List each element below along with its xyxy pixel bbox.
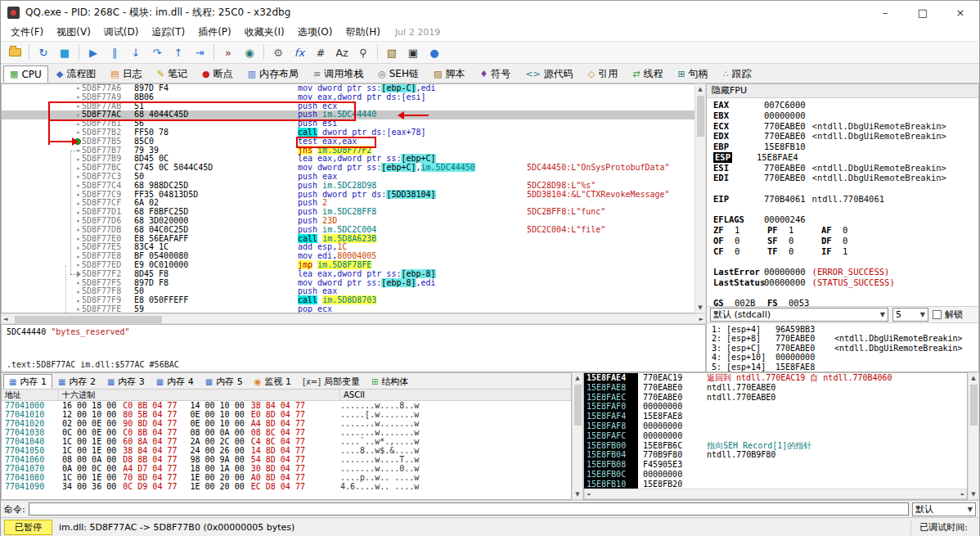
tab-内存 2[interactable]: ▦内存 2 [52,374,101,389]
gear-icon[interactable]: ⚙ [268,43,288,61]
stack-row[interactable]: 15E8FAE4770EAC19返回到 ntdll.770EAC19 自 ntd… [584,373,967,383]
disasm-row[interactable]: 5D8F77B585C0test eax,eax [2,137,695,146]
strings-icon[interactable]: Az [332,43,352,61]
scroll-left-icon[interactable]: ◄ [587,491,590,498]
tab-内存 4[interactable]: ▦内存 4 [151,374,200,389]
scroll-left-icon[interactable]: ◄ [3,316,7,322]
patch-icon[interactable]: ▧ [382,43,402,61]
tab-断点[interactable]: ●断点 [196,65,240,83]
argument-row[interactable]: 1:[esp+4]96A59BB3 [712,325,978,334]
tab-SEH链[interactable]: ◎SEH链 [371,65,425,83]
tab-监视 1[interactable]: ◉监视 1 [249,374,297,389]
calling-convention-select[interactable]: 默认 (stdcall)▼ [710,308,888,322]
registers-view[interactable]: EAX007C6000EBX00000000ECX770EABE0<ntdll.… [707,98,978,306]
animate-icon[interactable]: » [218,43,238,61]
tab-引用[interactable]: ◇引用 [582,65,624,83]
menu-item-4[interactable]: 插件(P) [191,24,238,41]
tab-符号[interactable]: ♦符号 [473,65,517,83]
disasm-row[interactable]: 5D8F77FE59pop ecx [2,305,695,313]
scroll-thumb[interactable] [574,385,582,426]
tab-内存 3[interactable]: ▦内存 3 [101,374,151,389]
tab-脚本[interactable]: ▨脚本 [427,65,471,83]
scroll-up-icon[interactable]: ▲ [971,375,975,381]
memory-dump-view[interactable]: 地址 十六进制 ASCII 7704100016 00 18 00C0 8B 0… [2,390,571,499]
maximize-button[interactable]: □ [904,1,942,24]
dump-row[interactable]: 7704100016 00 18 00C0 8B 04 7714 00 10 0… [2,401,571,410]
tab-局部变量[interactable]: [x=]局部变量 [297,374,366,389]
stack-hscrollbar[interactable]: ◄► [584,489,967,499]
stack-row[interactable]: 15E8FB0015E8FB6C指向SEH_Record[1]的指针 [584,441,967,451]
stack-row[interactable]: 15E8FAFC00000000 [584,431,967,441]
scroll-up-icon[interactable]: ▲ [575,375,579,381]
minimize-button[interactable]: – [866,1,904,24]
menu-item-2[interactable]: 调试(D) [97,24,146,41]
dump-row[interactable]: 770410700A 00 0C 00A4 D7 04 7718 00 1A 0… [2,464,571,473]
disasm-row[interactable]: 5D8F77A98B06mov eax,dword ptr ds:[esi] [2,93,695,102]
disasm-row[interactable]: 5D8F77DB68 04C0C25Dpush im.5DC2C0045DC2C… [2,226,695,235]
stack-row[interactable]: 15E8FAF000000000 [584,402,967,412]
arg-count-select[interactable]: 5▼ [892,308,928,322]
stack-row[interactable]: 15E8FAF415E8FAE8 [584,412,967,421]
restart-icon[interactable]: ↻ [34,43,53,61]
hash-icon[interactable]: # [311,43,330,61]
dump-row[interactable]: 770410300C 00 0E 00C0 8B 04 7708 00 0A 0… [2,428,571,437]
tab-内存布局[interactable]: ▥内存布局 [241,65,305,83]
close-button[interactable]: × [942,1,979,24]
stack-row[interactable]: 15E8FB1015E8FB20 [584,480,967,489]
stack-row[interactable]: 15E8FAEC770EABE0ntdll.770EABE0 [584,393,967,403]
hide-fpu-button[interactable]: 隐藏FPU [707,84,978,98]
dump-row[interactable]: 7704109034 00 36 000C D9 04 771E 00 20 0… [2,482,571,491]
scroll-thumb[interactable] [15,316,162,323]
disassembly-view[interactable]: 5D8F77A6897D F4mov dword ptr ss:[ebp-C],… [1,83,695,313]
dump-row[interactable]: 7704106008 00 0A 00D8 8B 04 7798 00 9A 0… [2,455,571,464]
tab-结构体[interactable]: ⊞结构体 [366,374,414,389]
menu-item-1[interactable]: 视图(V) [50,24,97,41]
scroll-right-icon[interactable]: ► [699,316,704,322]
pause-icon[interactable]: ∥ [105,43,124,61]
disasm-vscrollbar[interactable]: ▲▼ [695,83,706,313]
trace-icon[interactable]: ◉ [240,43,259,61]
tab-笔记[interactable]: ✎笔记 [151,65,194,83]
scroll-down-icon[interactable]: ▼ [698,304,702,311]
command-profile-select[interactable]: 默认▼ [912,502,976,516]
scroll-thumb[interactable] [697,96,704,137]
run-to-return-icon[interactable]: ⇥ [190,43,209,61]
dump-row[interactable]: 7704102002 00 0E 0090 8D 04 770E 00 10 0… [2,419,571,428]
menu-item-6[interactable]: 选项(O) [291,24,339,41]
argument-row[interactable]: 3:[esp+C]770EABE0<ntdll.DbgUiRemoteBreak… [712,344,978,353]
fx-icon[interactable]: fx [290,43,309,61]
dump-row[interactable]: 770410501C 00 1E 0038 84 04 7724 00 26 0… [2,446,571,455]
unlock-checkbox[interactable]: 解锁 [933,309,963,321]
tab-源代码[interactable]: <>源代码 [519,65,579,83]
menu-item-7[interactable]: 帮助(H) [339,24,386,41]
stack-row[interactable]: 15E8FAF800000000 [584,421,967,431]
step-out-icon[interactable]: ↑ [169,43,188,61]
command-input[interactable] [29,502,909,516]
tab-线程[interactable]: ⇄线程 [626,65,669,83]
tab-调用堆栈[interactable]: ≡调用堆栈 [307,65,370,83]
stack-vscrollbar[interactable]: ▲▼ [968,372,979,500]
scroll-down-icon[interactable]: ▼ [971,491,975,498]
dump-row[interactable]: 770410401C 00 1E 0060 8A 04 772A 00 2C 0… [2,437,571,446]
stack-row[interactable]: 15E8FB08F45905E3 [584,460,967,470]
tab-流程图[interactable]: ◆流程图 [50,65,102,83]
argument-row[interactable]: 2:[esp+8]770EABE0<ntdll.DbgUiRemoteBreak… [712,334,978,343]
stop-icon[interactable]: ■ [55,43,74,61]
stack-view[interactable]: 15E8FAE4770EAC19返回到 ntdll.770EAC19 自 ntd… [584,373,967,489]
tab-跟踪[interactable]: ∴跟踪 [717,65,758,83]
tab-内存 1[interactable]: ▦内存 1 [3,374,52,389]
open-file-icon[interactable] [5,43,25,61]
run-icon[interactable]: ▶ [83,43,103,61]
step-into-icon[interactable]: ↓ [126,43,146,61]
scroll-right-icon[interactable]: ► [961,491,964,498]
arguments-view[interactable]: 1:[esp+4]96A59BB32:[esp+8]770EABE0<ntdll… [707,323,978,372]
dump-row[interactable]: 7704101012 00 10 0080 5B 04 770E 00 10 0… [2,410,571,419]
tab-日志[interactable]: ▤日志 [104,65,148,83]
menu-item-3[interactable]: 追踪(T) [145,24,191,41]
argument-row[interactable]: 4:[esp+10]00000000 [712,353,978,362]
menu-item-0[interactable]: 文件(F) [4,24,50,41]
disasm-hscrollbar[interactable]: ◄► [1,313,706,324]
search-icon[interactable]: ⚲ [353,43,373,61]
scroll-thumb[interactable] [970,385,978,426]
scroll-down-icon[interactable]: ▼ [575,491,579,498]
